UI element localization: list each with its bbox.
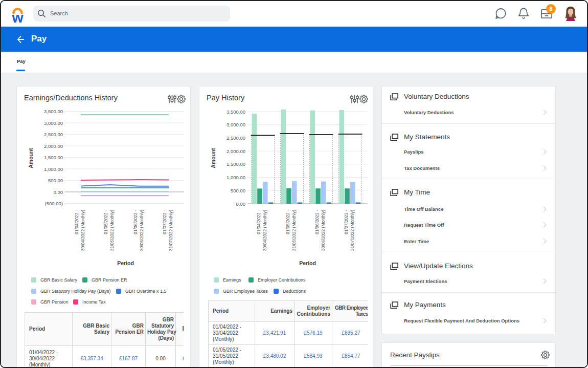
svg-text:2,000.00: 2,000.00 [227,148,245,154]
svg-text:01/05/2022 -: 01/05/2022 - [285,210,290,234]
svg-text:500.00: 500.00 [48,178,63,183]
svg-text:500.00: 500.00 [231,188,245,193]
svg-text:Amount: Amount [28,148,34,168]
svg-text:3,500.00: 3,500.00 [44,109,63,114]
svg-text:1,000.00: 1,000.00 [227,175,245,180]
svg-text:31/07/2022 (Monthly): 31/07/2022 (Monthly) [350,210,355,251]
svg-text:31/05/2022 (Monthly): 31/05/2022 (Monthly) [291,210,297,251]
svg-text:2,500.00: 2,500.00 [44,132,63,137]
svg-text:1,000.00: 1,000.00 [44,166,63,172]
svg-text:30/04/2022 (Monthly): 30/04/2022 (Monthly) [262,210,267,251]
svg-text:2,500.00: 2,500.00 [227,135,245,141]
svg-text:1,500.00: 1,500.00 [227,161,245,167]
svg-text:01/07/2022 -: 01/07/2022 - [162,210,167,234]
svg-text:01/06/2022 -: 01/06/2022 - [314,210,320,234]
svg-text:30/06/2022 (Monthly): 30/06/2022 (Monthly) [321,210,326,251]
svg-text:3,500.00: 3,500.00 [227,109,245,115]
svg-text:30/04/2022 (Monthly): 30/04/2022 (Monthly) [80,210,85,251]
svg-text:w: w [12,9,24,23]
svg-text:3,000.00: 3,000.00 [44,120,63,126]
svg-text:01/07/2022 -: 01/07/2022 - [344,210,349,234]
svg-text:1,500.00: 1,500.00 [44,155,63,160]
svg-text:Amount: Amount [210,148,216,168]
svg-text:01/04/2022 -: 01/04/2022 - [256,210,261,234]
svg-text:2,000.00: 2,000.00 [44,143,63,149]
svg-text:31/05/2022 (Monthly): 31/05/2022 (Monthly) [109,210,115,251]
svg-text:Period: Period [117,260,134,266]
svg-text:Period: Period [299,260,316,266]
svg-text:01/04/2022 -: 01/04/2022 - [74,210,79,234]
svg-text:01/06/2022 -: 01/06/2022 - [133,210,138,234]
svg-text:0.00: 0.00 [54,189,63,195]
svg-text:31/07/2022 (Monthly): 31/07/2022 (Monthly) [168,210,173,251]
svg-text:0.00: 0.00 [236,201,246,207]
svg-text:(500.00): (500.00) [45,201,63,206]
svg-text:3,000.00: 3,000.00 [227,122,245,127]
svg-text:01/05/2022 -: 01/05/2022 - [103,210,108,234]
svg-text:30/06/2022 (Monthly): 30/06/2022 (Monthly) [139,210,144,251]
